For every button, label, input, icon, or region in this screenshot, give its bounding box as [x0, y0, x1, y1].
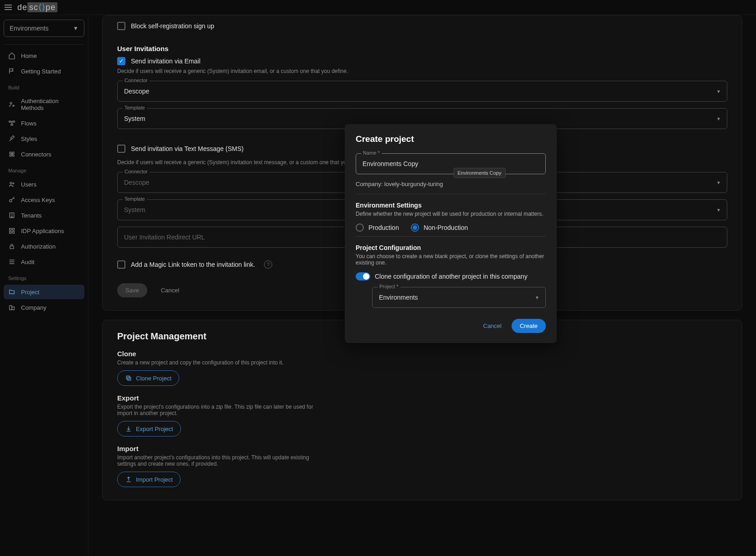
divider: [4, 44, 84, 45]
export-hint: Export the project's configurations into…: [117, 404, 318, 416]
export-project-button[interactable]: Export Project: [117, 421, 181, 436]
field-label: Template: [123, 105, 147, 110]
sidebar-item-home[interactable]: Home: [4, 48, 84, 63]
checkbox[interactable]: [117, 145, 125, 153]
field-input[interactable]: Descope: [117, 81, 727, 102]
label: IDP Applications: [21, 228, 64, 234]
env-settings-hint: Define whether the new project will be u…: [356, 211, 546, 217]
folder-icon: [8, 288, 16, 296]
env-radio-row: Production Non-Production: [356, 223, 546, 232]
label: Non-Production: [424, 224, 468, 231]
svg-rect-12: [12, 231, 14, 233]
svg-rect-13: [10, 246, 14, 249]
sidebar-item-flows[interactable]: Flows: [4, 116, 84, 130]
sidebar-item-auth-methods[interactable]: Authentication Methods: [4, 94, 84, 115]
field-label: Project *: [378, 284, 400, 289]
label: Block self-registration sign up: [131, 22, 214, 30]
section-manage: Manage: [4, 162, 84, 176]
field-label: Connector: [123, 169, 150, 174]
project-name-field[interactable]: Name *: [356, 153, 546, 174]
env-settings-title: Environment Settings: [356, 202, 546, 209]
sidebar: Environments ▼ Home Getting Started Buil…: [0, 15, 88, 556]
radio[interactable]: [356, 223, 364, 232]
sidebar-item-project[interactable]: Project: [4, 285, 84, 299]
tooltip: Environments Copy: [454, 168, 506, 178]
svg-rect-9: [10, 229, 11, 230]
person-key-icon: [8, 101, 16, 108]
project-management-card: Project Management Clone Create a new pr…: [102, 320, 742, 500]
label: Import Project: [136, 476, 173, 483]
name-input[interactable]: [356, 153, 546, 174]
user-invitations-title: User Invitations: [117, 45, 727, 52]
svg-point-0: [10, 102, 12, 104]
checkbox[interactable]: [117, 22, 125, 30]
sidebar-item-access-keys[interactable]: Access Keys: [4, 192, 84, 207]
checkbox[interactable]: [117, 57, 125, 65]
label: Add a Magic Link token to the invitation…: [131, 261, 255, 268]
sidebar-item-users[interactable]: Users: [4, 177, 84, 192]
key-icon: [8, 196, 16, 203]
clone-hint: Create a new project and copy the config…: [117, 359, 727, 366]
config-title: Project Configuration: [356, 244, 546, 251]
modal-actions: Cancel Create: [356, 319, 546, 333]
sidebar-item-styles[interactable]: Styles: [4, 131, 84, 146]
label: Access Keys: [21, 197, 55, 203]
sidebar-item-tenants[interactable]: Tenants: [4, 208, 84, 223]
sidebar-item-company[interactable]: Company: [4, 300, 84, 315]
field-input[interactable]: Environments: [372, 287, 546, 308]
label: Authorization: [21, 243, 56, 250]
sidebar-item-audit[interactable]: Audit: [4, 255, 84, 269]
modal-create-button[interactable]: Create: [512, 319, 546, 333]
label: Send invitation via Email: [131, 57, 201, 65]
config-hint: You can choose to create a new blank pro…: [356, 253, 546, 266]
env-selector-label: Environments: [10, 25, 49, 32]
clone-project-button[interactable]: Clone Project: [117, 370, 179, 386]
svg-rect-3: [13, 121, 15, 122]
users-icon: [8, 181, 16, 188]
project-select-field[interactable]: Project * Environments ▼: [372, 287, 546, 308]
brush-icon: [8, 135, 16, 142]
connector-field[interactable]: Connector Descope ▼: [117, 81, 727, 102]
label: Clone Project: [136, 375, 171, 382]
block-self-reg-row[interactable]: Block self-registration sign up: [117, 16, 727, 36]
menu-icon[interactable]: [5, 5, 12, 10]
label: Users: [21, 181, 36, 188]
home-icon: [8, 52, 16, 59]
svg-rect-14: [10, 306, 12, 310]
label: Audit: [21, 259, 35, 265]
info-icon[interactable]: ?: [264, 260, 272, 269]
svg-rect-15: [12, 307, 14, 310]
sidebar-item-authorization[interactable]: Authorization: [4, 239, 84, 254]
label: Styles: [21, 135, 37, 142]
field-label: Template: [123, 196, 147, 202]
chevron-down-icon: ▼: [73, 25, 78, 31]
label: Home: [21, 52, 37, 59]
modal-cancel-button[interactable]: Cancel: [477, 319, 508, 333]
copy-icon: [125, 374, 132, 382]
building-icon: [8, 212, 16, 219]
production-radio[interactable]: Production: [356, 223, 399, 232]
sidebar-item-getting-started[interactable]: Getting Started: [4, 64, 84, 78]
radio[interactable]: [411, 223, 419, 232]
svg-rect-11: [10, 231, 11, 233]
label: Tenants: [21, 212, 42, 219]
label: Company: [21, 304, 47, 311]
clone-toggle-row[interactable]: Clone configuration of another project i…: [356, 272, 546, 281]
divider: [356, 194, 546, 194]
section-build: Build: [4, 79, 84, 93]
toggle[interactable]: [356, 272, 370, 281]
export-title: Export: [117, 394, 727, 402]
sidebar-item-idp-applications[interactable]: IDP Applications: [4, 223, 84, 238]
environment-selector[interactable]: Environments ▼: [4, 20, 84, 37]
send-email-row[interactable]: Send invitation via Email: [117, 54, 727, 68]
import-project-button[interactable]: Import Project: [117, 472, 181, 487]
cancel-button[interactable]: Cancel: [153, 283, 187, 297]
modal-title: Create project: [356, 134, 546, 144]
sidebar-item-connectors[interactable]: Connectors: [4, 147, 84, 161]
label: Send invitation via Text Message (SMS): [131, 145, 243, 152]
non-production-radio[interactable]: Non-Production: [411, 223, 468, 232]
label: Authentication Methods: [21, 98, 80, 111]
section-settings: Settings: [4, 270, 84, 284]
checkbox[interactable]: [117, 260, 125, 269]
save-button[interactable]: Save: [117, 283, 147, 297]
